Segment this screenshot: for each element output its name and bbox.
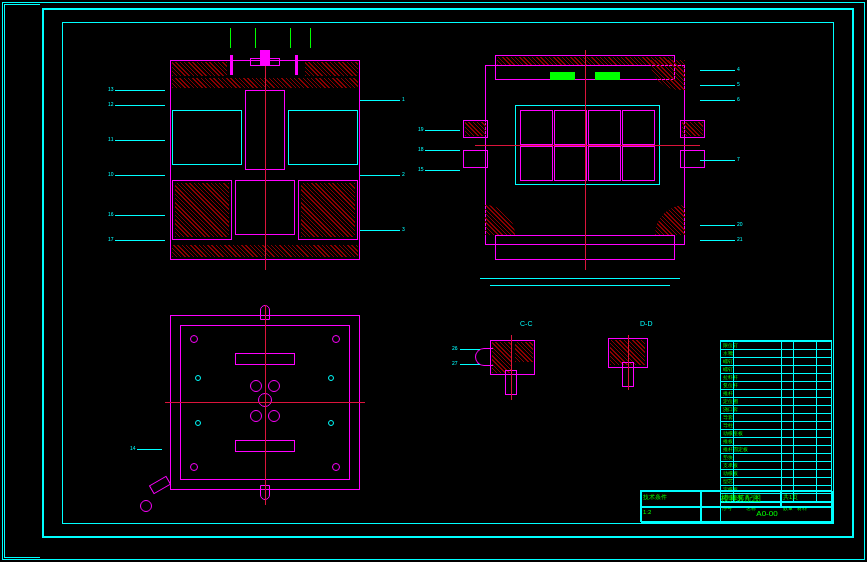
dim-mark [255,28,256,48]
title-scale: 1:2 [641,507,701,523]
leader [700,85,735,86]
leader [115,90,165,91]
parts-row: 导套 [723,414,733,420]
balloon-6: 6 [737,96,740,102]
balloon-17: 17 [108,236,114,242]
title-material: 技术条件 [641,491,701,507]
view-bottom [150,305,380,515]
view-plan [455,50,715,270]
leader [360,230,400,231]
parts-row: 拉料杆 [723,374,738,380]
leader [460,364,480,365]
parts-row: 推杆 [723,390,733,396]
parts-row: 水嘴 [723,350,733,356]
balloon-3: 3 [402,226,405,232]
section-label-dd: D-D [640,320,652,327]
leader [360,175,400,176]
title-name: 模具装配图 [701,491,781,507]
title-number: A0-00 [701,507,833,523]
leader [700,70,735,71]
parts-row: 导柱 [723,422,733,428]
balloon-21: 21 [737,236,743,242]
balloon-1: 1 [402,96,405,102]
leader [115,140,165,141]
leader [425,170,460,171]
balloon-2: 2 [402,171,405,177]
view-main-section [150,50,380,270]
leader [460,349,480,350]
balloon-4: 4 [737,66,740,72]
dim-mark [230,28,231,48]
dim-line [490,285,670,286]
dim-line [480,278,680,279]
view-detail-cc: C-C [470,330,560,410]
parts-row: 支承板 [723,462,738,468]
leader [360,100,400,101]
balloon-19: 19 [418,126,424,132]
section-label-cc: C-C [520,320,532,327]
parts-row: 浇口套 [723,406,738,412]
leader [137,449,162,450]
balloon-16: 16 [108,211,114,217]
balloon-7: 7 [737,156,740,162]
balloon-13: 13 [108,86,114,92]
dim-mark [290,28,291,48]
parts-row: 推板 [723,438,733,444]
parts-row: 推杆固定板 [723,446,748,452]
leader [700,225,735,226]
leader [425,130,460,131]
parts-row: 限位钉 [723,342,738,348]
dim-mark [310,28,311,48]
balloon-11: 11 [108,136,114,142]
parts-row: 螺钉 [723,366,733,372]
leader [700,160,735,161]
balloon-10: 10 [108,171,114,177]
balloon-27: 27 [452,360,458,366]
leader [115,215,165,216]
leader [115,105,165,106]
title-block: 技术条件 模具装配图 共1页 1:2 A0-00 [640,490,832,522]
view-detail-dd: D-D [600,330,680,400]
leader [115,240,165,241]
parts-row: 螺钉 [723,358,733,364]
parts-row: 定位圈 [723,398,738,404]
leader [425,150,460,151]
balloon-12: 12 [108,101,114,107]
balloon-5: 5 [737,81,740,87]
title-sheet: 共1页 [781,491,833,507]
leader [700,240,735,241]
balloon-26: 26 [452,345,458,351]
balloon-14: 14 [130,445,136,451]
parts-row: 垫块 [723,454,733,460]
leader [115,175,165,176]
leader [700,100,735,101]
balloon-18: 18 [418,146,424,152]
parts-row: 动模板 [723,470,738,476]
parts-row: 型芯 [723,478,733,484]
balloon-15: 15 [418,166,424,172]
balloon-20: 20 [737,221,743,227]
left-gutter [4,4,40,558]
parts-row: 复位杆 [723,382,738,388]
